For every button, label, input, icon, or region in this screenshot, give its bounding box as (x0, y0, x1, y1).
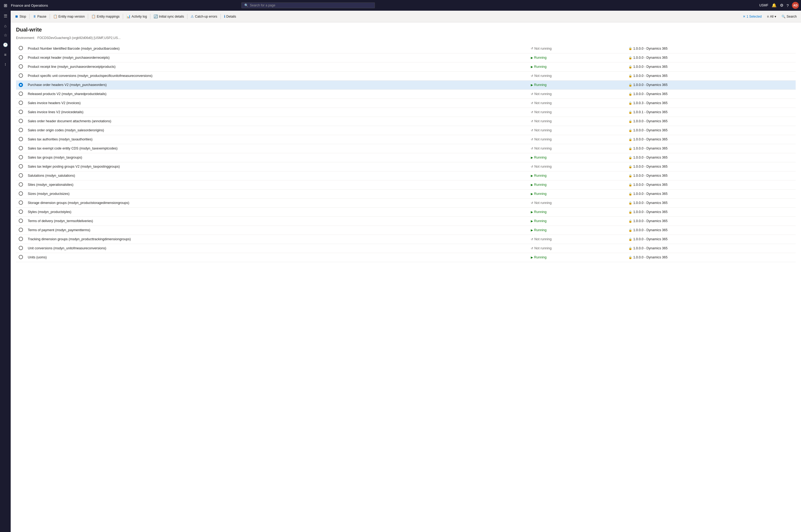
table-row[interactable]: Sales tax ledger posting groups V2 (msdy… (16, 162, 796, 171)
radio-button-17[interactable] (19, 201, 23, 205)
row-checkbox-9[interactable] (16, 126, 26, 135)
settings-icon[interactable]: ⚙ (780, 3, 783, 8)
radio-button-21[interactable] (19, 237, 23, 241)
entity-status-19: ▶ Running (529, 216, 626, 226)
sidebar-menu-icon[interactable]: ☰ (1, 12, 9, 20)
pause-button[interactable]: ⏸ Pause (31, 13, 49, 19)
row-checkbox-22[interactable] (16, 244, 26, 253)
radio-button-0[interactable] (19, 46, 23, 50)
row-checkbox-20[interactable] (16, 226, 26, 235)
row-checkbox-0[interactable] (16, 44, 26, 53)
radio-button-16[interactable] (19, 191, 23, 196)
row-checkbox-19[interactable] (16, 216, 26, 226)
row-checkbox-12[interactable] (16, 153, 26, 162)
radio-button-11[interactable] (19, 146, 23, 150)
radio-button-5[interactable] (19, 92, 23, 96)
clear-selection-button[interactable]: ✕ 1 Selected (741, 14, 764, 19)
sidebar-star-icon[interactable]: ☆ (1, 31, 9, 39)
radio-button-23[interactable] (19, 255, 23, 259)
radio-button-10[interactable] (19, 137, 23, 141)
stop-button[interactable]: ⏹ Stop (13, 13, 28, 19)
global-search-box[interactable]: 🔍 Search for a page (241, 2, 375, 8)
table-row[interactable]: Product receipt header (msdyn_purchaseor… (16, 53, 796, 62)
avatar[interactable]: AD (792, 2, 799, 9)
row-checkbox-10[interactable] (16, 135, 26, 144)
table-row[interactable]: Sales order header document attachments … (16, 117, 796, 126)
table-row[interactable]: Storage dimension groups (msdyn_products… (16, 198, 796, 207)
table-row[interactable]: Terms of payment (msdyn_paymentterms) ▶ … (16, 226, 796, 235)
table-row[interactable]: Sizes (msdyn_productsizes) ▶ Running 🔒 1… (16, 189, 796, 198)
radio-button-13[interactable] (19, 164, 23, 168)
sidebar-recent-icon[interactable]: 🕐 (1, 41, 9, 49)
table-row[interactable]: Salutations (msdyn_salutations) ▶ Runnin… (16, 171, 796, 180)
table-row[interactable]: Sales tax exempt code entity CDS (msdyn_… (16, 144, 796, 153)
row-checkbox-15[interactable] (16, 180, 26, 189)
lock-icon-21: 🔒 (629, 238, 632, 241)
details-button[interactable]: ℹ Details (222, 13, 239, 19)
table-row[interactable]: Product Number Identified Barcode (msdyn… (16, 44, 796, 53)
row-checkbox-2[interactable] (16, 62, 26, 71)
entity-version-10: 🔒 1.0.0.0 - Dynamics 365 (626, 135, 796, 144)
row-checkbox-17[interactable] (16, 198, 26, 207)
row-checkbox-13[interactable] (16, 162, 26, 171)
table-row[interactable]: Sites (msdyn_operationalsites) ▶ Running… (16, 180, 796, 189)
not-running-icon-22: ↺ (531, 247, 533, 250)
help-icon[interactable]: ? (787, 3, 789, 8)
table-row[interactable]: Purchase order headers V2 (msdyn_purchas… (16, 80, 796, 90)
table-row[interactable]: Sales tax groups (msdyn_taxgroups) ▶ Run… (16, 153, 796, 162)
bell-icon[interactable]: 🔔 (771, 3, 777, 8)
search-button[interactable]: 🔍 Search (779, 14, 799, 19)
table-row[interactable]: Sales order origin codes (msdyn_salesord… (16, 126, 796, 135)
filter-all-button[interactable]: ≡ All ▾ (765, 14, 778, 19)
table-row[interactable]: Styles (msdyn_productstyles) ▶ Running 🔒… (16, 207, 796, 216)
row-checkbox-14[interactable] (16, 171, 26, 180)
table-row[interactable]: Sales invoice lines V2 (invoicedetails) … (16, 108, 796, 117)
radio-button-9[interactable] (19, 128, 23, 132)
table-row[interactable]: Unit conversions (msdyn_unitofmeasurecon… (16, 244, 796, 253)
radio-button-14[interactable] (19, 173, 23, 177)
radio-button-6[interactable] (19, 101, 23, 105)
activity-log-button[interactable]: 📊 Activity log (124, 13, 149, 19)
radio-button-2[interactable] (19, 64, 23, 69)
sidebar-filter-icon[interactable]: ⫶ (1, 60, 9, 68)
table-row[interactable]: Released products V2 (msdyn_sharedproduc… (16, 90, 796, 98)
row-checkbox-16[interactable] (16, 189, 26, 198)
radio-button-19[interactable] (19, 218, 23, 223)
radio-button-3[interactable] (19, 73, 23, 78)
row-checkbox-6[interactable] (16, 98, 26, 108)
table-row[interactable]: Units (uoms) ▶ Running 🔒 1.0.0.0 - Dynam… (16, 253, 796, 262)
row-checkbox-4[interactable] (16, 80, 26, 90)
radio-button-22[interactable] (19, 246, 23, 250)
not-running-icon-5: ↺ (531, 92, 533, 96)
entity-mappings-button[interactable]: 📋 Entity mappings (89, 13, 121, 19)
waffle-icon[interactable]: ⊞ (2, 2, 9, 9)
sidebar-home-icon[interactable]: ⌂ (1, 21, 9, 30)
table-row[interactable]: Product receipt line (msdyn_purchaseorde… (16, 62, 796, 71)
table-row[interactable]: Terms of delivery (msdyn_termsofdeliveri… (16, 216, 796, 226)
row-checkbox-7[interactable] (16, 108, 26, 117)
row-checkbox-3[interactable] (16, 71, 26, 80)
radio-button-1[interactable] (19, 55, 23, 59)
sidebar-list-icon[interactable]: ≡ (1, 50, 9, 59)
row-checkbox-8[interactable] (16, 117, 26, 126)
radio-button-8[interactable] (19, 119, 23, 123)
table-row[interactable]: Product specific unit conversions (msdyn… (16, 71, 796, 80)
row-checkbox-11[interactable] (16, 144, 26, 153)
radio-button-20[interactable] (19, 228, 23, 232)
table-row[interactable]: Sales invoice headers V2 (invoices) ↺ No… (16, 98, 796, 108)
row-checkbox-1[interactable] (16, 53, 26, 62)
row-checkbox-5[interactable] (16, 90, 26, 98)
initial-sync-button[interactable]: 🔄 Initial sync details (151, 13, 186, 19)
radio-button-4[interactable] (19, 83, 23, 87)
row-checkbox-23[interactable] (16, 253, 26, 262)
radio-button-18[interactable] (19, 210, 23, 214)
catch-up-errors-button[interactable]: ⚠ Catch-up errors (189, 13, 219, 19)
radio-button-15[interactable] (19, 182, 23, 187)
table-row[interactable]: Sales tax authorities (msdyn_taxauthorit… (16, 135, 796, 144)
table-row[interactable]: Tracking dimension groups (msdyn_product… (16, 235, 796, 244)
row-checkbox-21[interactable] (16, 235, 26, 244)
radio-button-7[interactable] (19, 110, 23, 114)
radio-button-12[interactable] (19, 155, 23, 159)
row-checkbox-18[interactable] (16, 207, 26, 216)
entity-map-version-button[interactable]: 📋 Entity map version (51, 13, 87, 19)
